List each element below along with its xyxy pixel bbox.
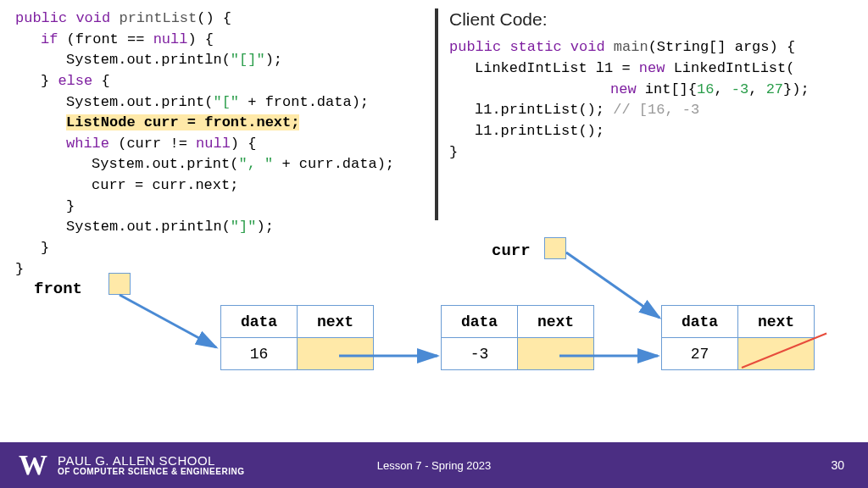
client-title: Client Code: <box>449 7 810 32</box>
front-label: front <box>34 280 82 298</box>
curr-label: curr <box>492 241 531 260</box>
school-name: PAUL G. ALLEN SCHOOL OF COMPUTER SCIENCE… <box>58 454 244 476</box>
node-3: datanext 27 <box>661 305 815 370</box>
highlighted-line: ListNode curr = front.next; <box>66 114 299 130</box>
vertical-divider <box>435 8 438 220</box>
lesson-label: Lesson 7 - Spring 2023 <box>377 459 491 472</box>
uw-logo-icon: W <box>19 449 47 481</box>
linked-list-diagram: front curr datanext 16 datanext -3 datan… <box>0 237 868 432</box>
node-1: datanext 16 <box>220 305 374 370</box>
curr-pointer-box <box>544 237 566 259</box>
footer-bar: W PAUL G. ALLEN SCHOOL OF COMPUTER SCIEN… <box>0 442 868 488</box>
client-code: Client Code: public static void main(Str… <box>449 7 810 163</box>
node-2: datanext -3 <box>441 305 594 370</box>
front-pointer-box <box>108 273 131 295</box>
svg-line-0 <box>120 295 216 347</box>
page-number: 30 <box>831 458 844 472</box>
